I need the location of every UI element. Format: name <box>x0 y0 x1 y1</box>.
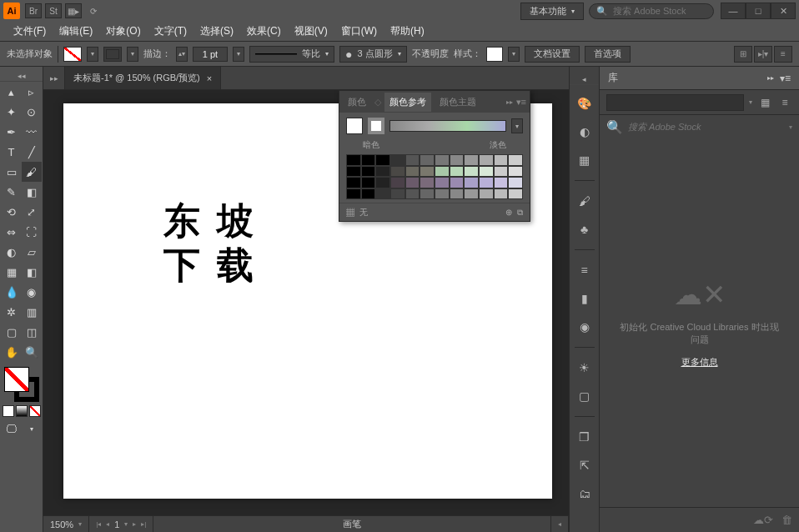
pencil-tool[interactable]: ✎ <box>2 182 22 202</box>
artboards-panel-icon[interactable]: 🗂 <box>575 484 595 504</box>
width-tool[interactable]: ⇔ <box>2 222 22 242</box>
color-cell[interactable] <box>361 177 376 188</box>
canvas[interactable]: 东 坡 下 载 颜色 ◇ 颜色参考 颜色主题 ▸▸ ▾≡ <box>43 90 569 515</box>
color-cell[interactable] <box>390 154 405 166</box>
color-cell[interactable] <box>450 154 465 166</box>
palette-panel-icon[interactable]: 🎨 <box>575 93 595 113</box>
tab-color-themes[interactable]: 颜色主题 <box>435 93 481 112</box>
brush-definition[interactable]: ●3 点圆形▾ <box>339 46 407 63</box>
library-search-input[interactable] <box>628 122 784 132</box>
toolbox-collapse[interactable]: ◂◂ <box>0 70 43 82</box>
rectangle-tool[interactable]: ▭ <box>2 162 22 182</box>
harmony-preview[interactable] <box>389 120 506 132</box>
stock-icon[interactable]: St <box>45 3 62 18</box>
menu-window[interactable]: 窗口(W) <box>334 24 384 38</box>
stroke-weight-input[interactable] <box>193 47 228 62</box>
color-cell[interactable] <box>435 177 450 188</box>
perspective-tool[interactable]: ▱ <box>22 242 42 262</box>
document-tab[interactable]: 未标题-1* @ 150% (RGB/预览) × <box>65 67 221 89</box>
close-tab-icon[interactable]: × <box>207 73 212 83</box>
tab-color[interactable]: 颜色 <box>343 93 371 112</box>
menu-view[interactable]: 视图(V) <box>288 24 334 38</box>
grid-view-icon[interactable]: ▦ <box>757 95 772 110</box>
shape-builder-tool[interactable]: ◐ <box>2 242 22 262</box>
magic-wand-tool[interactable]: ✦ <box>2 102 22 122</box>
opacity-label[interactable]: 不透明度 <box>412 48 449 60</box>
minimize-button[interactable]: — <box>721 3 746 19</box>
color-cell[interactable] <box>479 188 494 200</box>
style-swatch[interactable] <box>486 47 503 62</box>
trash-icon[interactable]: 🗑 <box>781 514 792 526</box>
menu-effect[interactable]: 效果(C) <box>240 24 288 38</box>
fill-box[interactable] <box>4 367 29 392</box>
color-guide-panel-icon[interactable]: ◐ <box>575 122 595 142</box>
color-cell[interactable] <box>508 166 523 178</box>
color-cell[interactable] <box>390 188 405 200</box>
color-cell[interactable] <box>405 188 420 200</box>
color-cell[interactable] <box>435 166 450 178</box>
stroke-weight-dd[interactable]: ▾ <box>233 47 244 62</box>
screen-mode-dd[interactable]: ▾ <box>22 419 42 439</box>
color-cell[interactable] <box>479 177 494 188</box>
stroke-dd[interactable]: ▾ <box>127 47 138 62</box>
color-cell[interactable] <box>464 166 479 178</box>
slice-tool[interactable]: ◫ <box>22 322 42 342</box>
direct-selection-tool[interactable]: ▹ <box>22 82 42 102</box>
color-cell[interactable] <box>450 177 465 188</box>
eyedropper-tool[interactable]: 💧 <box>2 282 22 302</box>
color-cell[interactable] <box>405 166 420 178</box>
rotate-tool[interactable]: ⟲ <box>2 202 22 222</box>
color-cell[interactable] <box>346 177 361 188</box>
scale-tool[interactable]: ⤢ <box>22 202 42 222</box>
panel-expand-icon[interactable]: ▸▸ <box>506 98 513 106</box>
artboard-tool[interactable]: ▢ <box>2 322 22 342</box>
color-cell[interactable] <box>494 177 509 188</box>
color-cell[interactable] <box>435 188 450 200</box>
color-cell[interactable] <box>346 154 361 166</box>
blend-tool[interactable]: ◉ <box>22 282 42 302</box>
zoom-tool[interactable]: 🔍 <box>22 342 42 362</box>
active-swatch[interactable] <box>368 118 384 134</box>
lasso-tool[interactable]: ⊙ <box>22 102 42 122</box>
color-cell[interactable] <box>494 188 509 200</box>
close-button[interactable]: ✕ <box>771 3 796 19</box>
color-cell[interactable] <box>479 166 494 178</box>
bridge-icon[interactable]: Br <box>25 3 42 18</box>
grid-icon[interactable]: ▦ <box>346 208 354 217</box>
color-cell[interactable] <box>420 177 435 188</box>
pen-tool[interactable]: ✒ <box>2 122 22 142</box>
overflow-icon[interactable]: ≡ <box>774 46 792 63</box>
stroke-panel-icon[interactable]: ≡ <box>575 260 595 280</box>
zoom-control[interactable]: 150%▾ <box>43 516 89 532</box>
color-cell[interactable] <box>464 177 479 188</box>
color-cell[interactable] <box>390 166 405 178</box>
workspace-switcher[interactable]: 基本功能 ▾ <box>520 3 584 20</box>
brushes-panel-icon[interactable]: 🖌 <box>575 191 595 211</box>
eraser-tool[interactable]: ◧ <box>22 182 42 202</box>
gpu-icon[interactable]: ⟳ <box>85 3 102 18</box>
library-selector[interactable] <box>606 94 744 111</box>
color-cell[interactable] <box>494 154 509 166</box>
panel-menu-icon[interactable]: ▾≡ <box>516 97 526 108</box>
color-cell[interactable] <box>494 166 509 178</box>
stock-search[interactable]: 🔍 <box>589 3 714 19</box>
gradient-tool[interactable]: ◧ <box>22 262 42 282</box>
doc-collapse[interactable]: ▸▸ <box>43 67 65 89</box>
stroke-swatch[interactable] <box>103 47 122 62</box>
fill-stroke-control[interactable] <box>4 367 39 402</box>
menu-type[interactable]: 文字(T) <box>148 24 193 38</box>
mesh-tool[interactable]: ▦ <box>2 262 22 282</box>
graph-tool[interactable]: ▥ <box>22 302 42 322</box>
menu-select[interactable]: 选择(S) <box>193 24 240 38</box>
fill-dd[interactable]: ▾ <box>87 47 98 62</box>
mode-color[interactable] <box>3 405 14 417</box>
color-cell[interactable] <box>361 188 376 200</box>
color-cell[interactable] <box>375 177 390 188</box>
color-cell[interactable] <box>405 154 420 166</box>
menu-file[interactable]: 文件(F) <box>7 24 53 38</box>
color-cell[interactable] <box>450 188 465 200</box>
type-tool[interactable]: T <box>2 142 22 162</box>
color-cell[interactable] <box>375 154 390 166</box>
line-tool[interactable]: ╱ <box>22 142 42 162</box>
harmony-dd[interactable]: ▾ <box>511 118 523 133</box>
